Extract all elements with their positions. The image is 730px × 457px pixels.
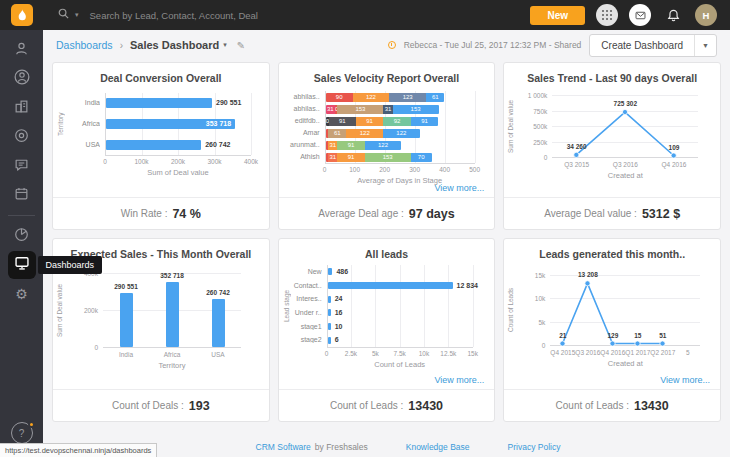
chart-area: View more...05k10k15kCreated atCount of …: [504, 261, 720, 389]
y-axis-title: Sum of Deal value: [507, 95, 514, 157]
target-icon: [14, 128, 29, 147]
y-tick-label: 250k: [533, 138, 547, 145]
dashboard-switcher-caret-icon[interactable]: ▾: [223, 41, 227, 49]
point-value-label: 13 208: [578, 271, 598, 278]
view-more-link[interactable]: View more...: [660, 375, 710, 385]
point-value-label: 51: [659, 332, 666, 339]
dashboard-card: Sales Velocity Report OverallView more..…: [278, 62, 496, 230]
bar-segment: 91: [337, 141, 364, 150]
x-axis-title: Created at: [552, 171, 698, 180]
page-footer-links: CRM Softwareby Freshsales Knowledge Base…: [86, 442, 730, 452]
breadcrumb-separator: ›: [120, 40, 123, 51]
bar-value-label: 24: [335, 295, 343, 302]
point-value-label: 129: [607, 332, 618, 339]
card-footer-label: Count of Leads :: [556, 400, 629, 411]
card-footer: Average Deal age :97 days: [279, 197, 495, 229]
card-footer-value: 97 days: [409, 207, 455, 221]
x-tick-label: 10k: [419, 350, 429, 357]
card-footer-value: 13430: [408, 399, 443, 413]
category-label: Contact..: [283, 282, 322, 289]
bar: [328, 282, 453, 289]
y-tick-label: 200k: [84, 307, 98, 314]
dialer-icon[interactable]: [596, 4, 618, 26]
dashboard-card: Sales Trend - Last 90 days Overall0250k5…: [503, 62, 721, 230]
x-tick-label: 0: [325, 350, 329, 357]
user-avatar[interactable]: H: [695, 4, 717, 26]
breadcrumb-dashboards-link[interactable]: Dashboards: [56, 39, 113, 51]
category-label: India: [57, 99, 100, 106]
new-button[interactable]: New: [530, 6, 585, 25]
x-tick-label: Q1 2017: [625, 349, 650, 356]
crm-software-link[interactable]: CRM Software: [256, 442, 311, 452]
x-tick-label: 5: [686, 349, 690, 356]
bar-value-label: 352 718: [160, 272, 184, 279]
email-icon[interactable]: [629, 4, 651, 26]
sidebar-item-reports[interactable]: [8, 222, 36, 250]
category-label: stage2: [283, 336, 322, 343]
monitor-icon: [14, 255, 30, 275]
sidebar-item-appointments[interactable]: [8, 181, 36, 209]
footer-byline: by Freshsales: [315, 442, 368, 452]
category-label: Amar: [281, 129, 320, 136]
edit-pencil-icon[interactable]: ✎: [237, 40, 245, 51]
knowledge-base-link[interactable]: Knowledge Base: [406, 442, 470, 452]
data-point: [623, 109, 628, 114]
x-tick-label: Q4 2016: [662, 161, 687, 168]
bar-segment: 91: [329, 117, 356, 126]
help-icon[interactable]: ?: [11, 422, 33, 444]
x-axis-line: [105, 155, 251, 156]
create-dashboard-button[interactable]: Create Dashboard ▼: [589, 34, 717, 57]
category-label: abhilas..: [281, 93, 320, 100]
sidebar-item-accounts[interactable]: [8, 94, 36, 122]
x-axis-line: [325, 163, 475, 164]
category-label: India: [119, 351, 133, 358]
x-axis-title: Count of Leads: [327, 360, 473, 369]
search-icon: [57, 6, 70, 24]
view-more-link[interactable]: View more...: [434, 375, 484, 385]
create-dashboard-caret-icon[interactable]: ▼: [694, 35, 716, 56]
bar: [166, 282, 179, 347]
bar-segment: 153: [365, 153, 411, 162]
category-label: Under r..: [283, 309, 322, 316]
sidebar-item-deals[interactable]: [8, 123, 36, 151]
create-dashboard-label[interactable]: Create Dashboard: [590, 35, 694, 56]
bar-segment: 123: [389, 93, 426, 102]
point-value-label: 34 260: [567, 143, 587, 150]
privacy-policy-link[interactable]: Privacy Policy: [508, 442, 561, 452]
x-axis-title: Created at: [550, 359, 700, 368]
bar: [328, 337, 331, 344]
bar-segment: 122: [383, 129, 420, 138]
global-search[interactable]: ▾ Search by Lead, Contact, Account, Deal: [57, 6, 258, 24]
stacked-bar: 319115370: [326, 153, 432, 162]
bar: [106, 98, 212, 108]
x-tick-label: 100k: [134, 158, 148, 165]
search-scope-caret-icon[interactable]: ▾: [75, 11, 79, 19]
main-content: Dashboards › Sales Dashboard ▾ ✎ Rebecca…: [43, 30, 730, 457]
sidebar-nav: ⚙ ?: [0, 30, 43, 457]
data-point: [635, 341, 640, 346]
gridline: [445, 91, 446, 163]
x-tick-label: 0: [103, 158, 107, 165]
sidebar-item-settings[interactable]: ⚙: [8, 280, 36, 308]
x-tick-label: Q3 2016: [575, 349, 600, 356]
category-label: USA: [211, 351, 224, 358]
y-tick-label: 500k: [533, 123, 547, 130]
gear-icon: ⚙: [15, 285, 28, 303]
x-tick-label: 500: [469, 166, 480, 173]
card-footer: Count of Leads :13430: [504, 389, 720, 421]
category-label: abhilas..: [281, 105, 320, 112]
data-point: [610, 341, 615, 346]
sidebar-item-contacts[interactable]: [8, 65, 36, 93]
sidebar-item-dashboards[interactable]: [8, 251, 36, 279]
sidebar-item-conversations[interactable]: [8, 152, 36, 180]
x-axis-title: Sum of Deal value: [105, 168, 251, 177]
app-logo[interactable]: [0, 0, 43, 30]
x-tick-label: 12.5k: [440, 350, 456, 357]
bar-value-label: 486: [336, 268, 348, 275]
sidebar-item-leads[interactable]: [8, 36, 36, 64]
bar-value-label: 353 718: [106, 120, 231, 127]
breadcrumb-current[interactable]: Sales Dashboard: [130, 39, 219, 51]
notifications-bell-icon[interactable]: [662, 4, 684, 26]
dashboard-meta-text: Rebecca - Tue Jul 25, 2017 12:32 PM - Sh…: [404, 40, 582, 50]
gridline: [400, 265, 401, 347]
